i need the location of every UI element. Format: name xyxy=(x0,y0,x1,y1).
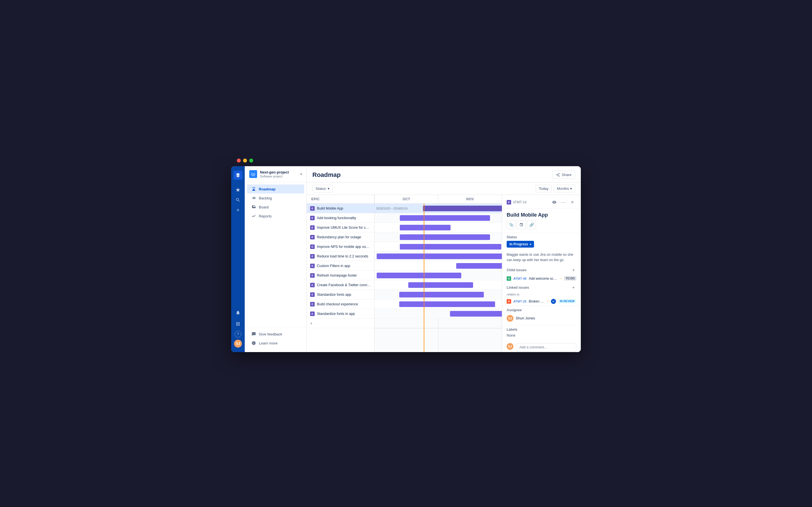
add-epic-row[interactable]: + xyxy=(307,319,374,328)
child-issue-type-icon: S xyxy=(507,276,511,281)
today-button[interactable]: Today xyxy=(536,185,552,192)
status-filter-button[interactable]: Status ▾ xyxy=(312,185,333,192)
svg-point-0 xyxy=(253,173,254,175)
sidebar-item-roadmap[interactable]: Roadmap xyxy=(247,184,304,193)
bar-row-4 xyxy=(374,232,502,242)
traffic-light-red[interactable] xyxy=(237,159,241,163)
linked-issue-avatar: U xyxy=(551,299,556,304)
child-issue-row[interactable]: S ATMT-48 Add welcome screen for m... ↑ … xyxy=(502,275,581,283)
filter-label: Status xyxy=(315,186,326,191)
epic-row-5[interactable]: E Improve NPS for mobile app users by ..… xyxy=(307,242,374,251)
project-selector[interactable]: Next-gen project Software project ▾ xyxy=(245,166,306,182)
gantt-bar-7[interactable] xyxy=(456,263,502,269)
gantt-wrapper: Epic OCT NOV E Build Mobile App xyxy=(307,195,581,352)
labels-section: Labels None xyxy=(502,325,581,340)
gantt-bar-1[interactable] xyxy=(423,206,502,211)
sidebar-item-reports[interactable]: Reports xyxy=(247,212,304,221)
bar-row-1: 2018/10/15 ~ 2019/01/14 xyxy=(374,204,502,213)
traffic-light-yellow[interactable] xyxy=(243,159,247,163)
epic-row-8[interactable]: E Refresh homepage footer xyxy=(307,271,374,280)
sidebar-item-backlog[interactable]: Backlog xyxy=(247,193,304,203)
linked-issues-header: Linked issues + xyxy=(502,283,581,292)
epic-label-5: Improve NPS for mobile app users by ... xyxy=(317,245,371,249)
add-linked-issue-button[interactable]: + xyxy=(571,285,576,290)
learn-more-item[interactable]: Learn more xyxy=(247,339,304,348)
child-issues-button[interactable] xyxy=(517,220,526,229)
add-icon[interactable]: + xyxy=(234,206,243,215)
gantt-bar-12[interactable] xyxy=(450,311,502,317)
linked-issue-status-badge: IN REVIEW xyxy=(558,299,576,303)
epic-icon-6: E xyxy=(310,254,315,259)
feedback-item[interactable]: Give feedback xyxy=(247,330,304,339)
epic-row-3[interactable]: E Improve UMUX Lite Score for checko... xyxy=(307,223,374,232)
view-button[interactable] xyxy=(550,198,558,206)
epic-row-7[interactable]: E Custom Filters in app xyxy=(307,261,374,271)
share-button[interactable]: Share xyxy=(552,171,575,179)
epic-row-9[interactable]: E Create Facebook & Twitter connector xyxy=(307,280,374,290)
gantt-bar-11[interactable] xyxy=(399,301,495,307)
epic-row-12[interactable]: E Standardize fonts in app xyxy=(307,309,374,319)
gantt-labels: E Build Mobile App E Add booking functio… xyxy=(307,204,374,352)
gantt-bar-2[interactable] xyxy=(400,215,490,221)
months-button[interactable]: Months ▾ xyxy=(554,185,575,192)
gantt-bar-6[interactable] xyxy=(377,253,502,259)
gantt-bars: 2018/10/15 ~ 2019/01/14 xyxy=(374,204,502,352)
status-value: In Progress xyxy=(509,242,528,246)
gantt-bar-10[interactable] xyxy=(399,292,484,297)
sidebar-item-board[interactable]: Board xyxy=(247,203,304,212)
starred-icon[interactable] xyxy=(234,185,243,194)
linked-issue-row[interactable]: B ATMT-26 Broken status ind... ↑ U IN RE… xyxy=(502,297,581,305)
traffic-light-green[interactable] xyxy=(249,159,253,163)
logo-icon[interactable] xyxy=(234,171,243,180)
assignee-row[interactable]: SJ Shuri Jones xyxy=(507,314,576,323)
epic-icon-1: E xyxy=(310,206,315,211)
gantt-bar-9[interactable] xyxy=(408,282,473,288)
attachment-button[interactable]: 📎 xyxy=(507,220,516,229)
assignee-name: Shuri Jones xyxy=(516,316,535,320)
close-button[interactable]: × xyxy=(568,198,576,206)
gantt-bar-3[interactable] xyxy=(400,225,451,230)
comment-input[interactable]: Add a comment... xyxy=(516,343,576,351)
sidebar-board-label: Board xyxy=(259,205,269,209)
link-button[interactable]: 🔗 xyxy=(527,220,536,229)
help-icon[interactable]: ? xyxy=(235,331,241,337)
epic-row-1[interactable]: E Build Mobile App xyxy=(307,204,374,213)
assignee-section: Assignee SJ Shuri Jones xyxy=(502,305,581,325)
notifications-icon[interactable] xyxy=(234,308,243,317)
user-avatar[interactable]: SJ xyxy=(234,340,242,348)
more-button[interactable]: ··· xyxy=(559,198,567,206)
panel-icons: 📎 🔗 xyxy=(502,220,581,233)
epic-label-9: Create Facebook & Twitter connector xyxy=(317,283,371,287)
main-content: Roadmap Share Status ▾ Today xyxy=(307,166,581,352)
comment-placeholder: Add a comment... xyxy=(519,345,547,349)
epic-label-12: Standardize fonts in app xyxy=(317,312,371,316)
gantt-bar-4[interactable] xyxy=(400,234,490,240)
epic-label-11: Build checkout experience xyxy=(317,302,371,306)
epic-row-11[interactable]: E Build checkout experience xyxy=(307,299,374,309)
epic-row-2[interactable]: E Add booking functionality xyxy=(307,213,374,223)
search-icon[interactable] xyxy=(234,195,243,205)
gantt-bar-8[interactable] xyxy=(377,273,461,278)
apps-icon[interactable] xyxy=(234,320,243,328)
learn-more-label: Learn more xyxy=(259,341,277,345)
page-title: Roadmap xyxy=(312,171,341,179)
child-issue-priority-icon: ↑ xyxy=(560,277,562,281)
epic-column-header: Epic xyxy=(307,195,374,203)
linked-issues-label: Linked issues xyxy=(507,286,529,290)
filter-chevron-icon: ▾ xyxy=(327,186,329,191)
bar-row-2 xyxy=(374,213,502,223)
sidebar-nav: Roadmap Backlog Board Reports xyxy=(245,182,306,327)
gantt-bar-5[interactable] xyxy=(400,244,501,249)
epic-row-10[interactable]: E Standardize fonts app xyxy=(307,290,374,299)
bar-row-8 xyxy=(374,271,502,280)
add-child-issue-button[interactable]: + xyxy=(571,267,576,273)
epic-icon-11: E xyxy=(310,302,315,306)
status-badge[interactable]: In Progress ▾ xyxy=(507,241,534,247)
epic-row-6[interactable]: E Reduce load time to 2.2 seconds xyxy=(307,251,374,261)
epic-row-4[interactable]: E Redundancy plan for outage xyxy=(307,232,374,242)
project-chevron-icon: ▾ xyxy=(300,172,302,176)
sidebar-footer: Give feedback Learn more xyxy=(245,327,306,352)
epic-label-6: Reduce load time to 2.2 seconds xyxy=(317,255,371,258)
gantt-container: Epic OCT NOV E Build Mobile App xyxy=(307,195,502,352)
child-issue-status-badge: TO DO xyxy=(564,276,576,281)
